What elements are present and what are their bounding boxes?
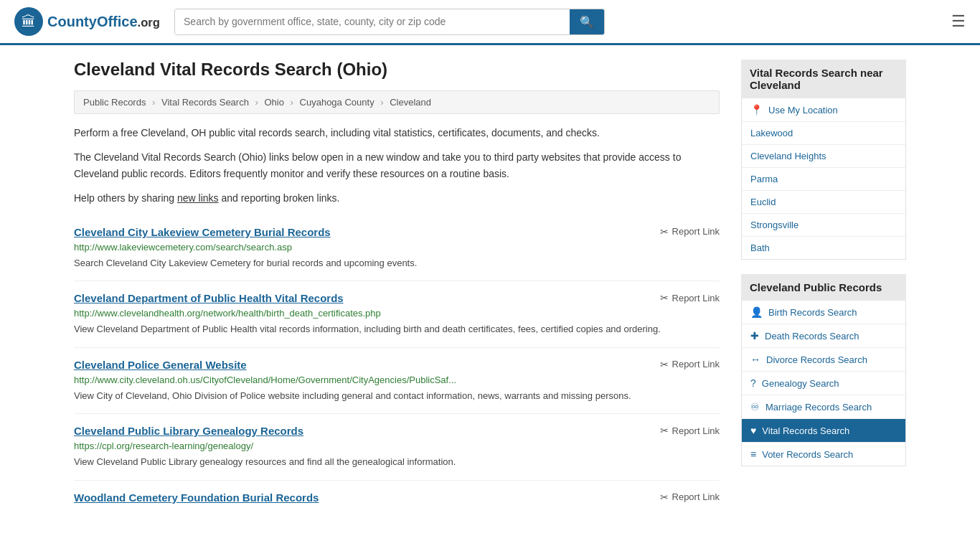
record-item: Cleveland Public Library Genealogy Recor… xyxy=(74,414,720,481)
sidebar-nearby-label: Lakewood xyxy=(750,128,793,138)
record-header: Cleveland Department of Public Health Vi… xyxy=(74,292,720,304)
report-link[interactable]: ✂ Report Link xyxy=(660,359,720,370)
breadcrumb: Public Records › Vital Records Search › … xyxy=(74,90,720,114)
sidebar-records-header: Cleveland Public Records xyxy=(741,274,906,301)
sidebar-nearby-item[interactable]: Euclid xyxy=(742,191,905,214)
record-title[interactable]: Cleveland Police General Website xyxy=(74,359,247,371)
sidebar-record-item[interactable]: ≡ Voter Records Search xyxy=(742,443,905,466)
report-icon: ✂ xyxy=(660,491,669,503)
breadcrumb-cuyahoga[interactable]: Cuyahoga County xyxy=(300,97,374,108)
record-desc: Search Cleveland City Lakeview Cemetery … xyxy=(74,256,720,270)
sidebar-nearby-label: Cleveland Heights xyxy=(750,151,826,161)
record-url: http://www.city.cleveland.oh.us/CityofCl… xyxy=(74,375,720,385)
sidebar-nearby-label: Strongsville xyxy=(750,220,798,230)
logo-icon: 🏛 xyxy=(14,7,43,36)
report-link[interactable]: ✂ Report Link xyxy=(660,292,720,303)
sidebar: Vital Records Search near Cleveland 📍 Us… xyxy=(741,60,906,518)
sidebar-records-list: 👤 Birth Records Search ✚ Death Records S… xyxy=(741,301,906,466)
sidebar-nearby-item[interactable]: Strongsville xyxy=(742,214,905,237)
breadcrumb-cleveland[interactable]: Cleveland xyxy=(390,97,431,108)
sidebar-record-item[interactable]: ✚ Death Records Search xyxy=(742,324,905,348)
sidebar-nearby-label: Bath xyxy=(750,242,770,253)
sidebar-record-label: Marriage Records Search xyxy=(765,402,872,413)
breadcrumb-public-records[interactable]: Public Records xyxy=(83,97,146,108)
main-container: Cleveland Vital Records Search (Ohio) Pu… xyxy=(60,45,920,532)
report-icon: ✂ xyxy=(660,425,669,436)
new-links-link[interactable]: new links xyxy=(177,192,219,204)
sidebar-nearby-list: 📍 Use My Location Lakewood Cleveland Hei… xyxy=(741,98,906,260)
logo-area[interactable]: 🏛 CountyOffice.org xyxy=(14,7,160,36)
site-header: 🏛 CountyOffice.org 🔍 ☰ xyxy=(0,0,980,45)
sidebar-record-label: Death Records Search xyxy=(765,331,859,342)
record-type-icon: ≡ xyxy=(750,448,756,460)
location-icon: 📍 xyxy=(750,104,763,116)
records-list: Cleveland City Lakeview Cemetery Burial … xyxy=(74,215,720,518)
sidebar-record-label: Divorce Records Search xyxy=(766,354,867,365)
report-link[interactable]: ✂ Report Link xyxy=(660,491,720,503)
sidebar-record-label: Voter Records Search xyxy=(762,449,853,460)
main-content: Cleveland Vital Records Search (Ohio) Pu… xyxy=(74,60,720,518)
record-title[interactable]: Cleveland City Lakeview Cemetery Burial … xyxy=(74,226,331,238)
report-icon: ✂ xyxy=(660,359,669,370)
report-link-text: Report Link xyxy=(672,226,720,237)
record-desc: View City of Cleveland, Ohio Division of… xyxy=(74,389,720,403)
sidebar-nearby-item[interactable]: Cleveland Heights xyxy=(742,145,905,168)
description-intro: Perform a free Cleveland, OH public vita… xyxy=(74,125,720,141)
record-url: https://cpl.org/research-learning/geneal… xyxy=(74,441,720,451)
sidebar-record-item[interactable]: ↔ Divorce Records Search xyxy=(742,348,905,372)
sidebar-record-label: Birth Records Search xyxy=(768,307,857,318)
record-item: Cleveland Department of Public Health Vi… xyxy=(74,281,720,348)
sidebar-record-item[interactable]: 👤 Birth Records Search xyxy=(742,301,905,324)
search-input[interactable] xyxy=(175,9,570,34)
search-button[interactable]: 🔍 xyxy=(570,9,604,34)
sidebar-record-label: Vital Records Search xyxy=(762,425,849,436)
record-title[interactable]: Cleveland Public Library Genealogy Recor… xyxy=(74,425,303,437)
record-item: Cleveland City Lakeview Cemetery Burial … xyxy=(74,215,720,282)
record-title[interactable]: Cleveland Department of Public Health Vi… xyxy=(74,292,344,304)
description-detail: The Cleveland Vital Records Search (Ohio… xyxy=(74,149,720,182)
record-type-icon: ↔ xyxy=(750,354,760,365)
page-title: Cleveland Vital Records Search (Ohio) xyxy=(74,60,720,80)
record-type-icon: ✚ xyxy=(750,330,759,342)
record-desc: View Cleveland Public Library genealogy … xyxy=(74,455,720,469)
sidebar-nearby-item[interactable]: Bath xyxy=(742,237,905,259)
sidebar-nearby-section: Vital Records Search near Cleveland 📍 Us… xyxy=(741,60,906,260)
report-link-text: Report Link xyxy=(672,359,720,369)
record-item: Cleveland Police General Website ✂ Repor… xyxy=(74,348,720,415)
record-desc: View Cleveland Department of Public Heal… xyxy=(74,322,720,336)
menu-icon[interactable]: ☰ xyxy=(951,12,966,31)
report-icon: ✂ xyxy=(660,226,669,237)
record-type-icon: ? xyxy=(750,377,756,389)
sidebar-nearby-label: Euclid xyxy=(750,197,776,207)
sidebar-record-item[interactable]: ♾ Marriage Records Search xyxy=(742,395,905,419)
report-link-text: Report Link xyxy=(672,491,720,502)
logo-text: CountyOffice.org xyxy=(47,14,160,30)
report-link[interactable]: ✂ Report Link xyxy=(660,226,720,237)
sidebar-nearby-label: Use My Location xyxy=(768,105,838,116)
record-header: Cleveland Public Library Genealogy Recor… xyxy=(74,425,720,437)
sidebar-record-item[interactable]: ♥ Vital Records Search xyxy=(742,419,905,443)
sidebar-records-section: Cleveland Public Records 👤 Birth Records… xyxy=(741,274,906,466)
record-type-icon: 👤 xyxy=(750,306,763,318)
record-header: Cleveland Police General Website ✂ Repor… xyxy=(74,359,720,371)
sidebar-nearby-item[interactable]: 📍 Use My Location xyxy=(742,98,905,122)
report-icon: ✂ xyxy=(660,292,669,303)
sidebar-record-item[interactable]: ? Genealogy Search xyxy=(742,372,905,395)
search-bar: 🔍 xyxy=(174,9,605,35)
record-url: http://www.clevelandhealth.org/network/h… xyxy=(74,308,720,319)
breadcrumb-ohio[interactable]: Ohio xyxy=(265,97,284,108)
report-link[interactable]: ✂ Report Link xyxy=(660,425,720,436)
breadcrumb-vital-records[interactable]: Vital Records Search xyxy=(161,97,249,108)
record-title[interactable]: Woodland Cemetery Foundation Burial Reco… xyxy=(74,491,319,504)
sidebar-nearby-label: Parma xyxy=(750,174,778,184)
report-link-text: Report Link xyxy=(672,293,720,303)
sidebar-nearby-item[interactable]: Lakewood xyxy=(742,122,905,145)
sidebar-nearby-item[interactable]: Parma xyxy=(742,168,905,191)
record-item: Woodland Cemetery Foundation Burial Reco… xyxy=(74,481,720,518)
description-help: Help others by sharing new links and rep… xyxy=(74,190,720,206)
record-type-icon: ♾ xyxy=(750,401,760,413)
report-link-text: Report Link xyxy=(672,425,720,436)
sidebar-record-label: Genealogy Search xyxy=(762,378,839,389)
record-url: http://www.lakeviewcemetery.com/search/s… xyxy=(74,242,720,253)
record-type-icon: ♥ xyxy=(750,425,756,436)
